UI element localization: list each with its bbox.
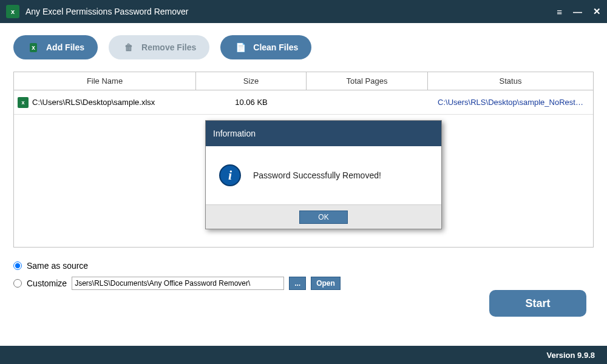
title-bar: x Any Excel Permissions Password Remover… xyxy=(0,0,607,23)
add-files-button[interactable]: x Add Files xyxy=(13,35,98,59)
minimize-icon[interactable]: — xyxy=(573,7,582,17)
dialog-message: Password Successfully Removed! xyxy=(253,170,381,180)
file-name-text: C:\Users\RLS\Desktop\sample.xlsx xyxy=(32,98,155,107)
radio-customize-label: Customize xyxy=(27,278,67,288)
remove-files-label: Remove Files xyxy=(141,42,196,52)
header-size[interactable]: Size xyxy=(196,72,307,90)
clean-icon: 📄 xyxy=(234,41,247,54)
table-header: File Name Size Total Pages Status xyxy=(14,72,593,90)
clean-files-button[interactable]: 📄 Clean Files xyxy=(220,35,311,59)
output-radios: Same as source Customize ... Open xyxy=(13,261,341,290)
header-status[interactable]: Status xyxy=(428,72,593,90)
start-button[interactable]: Start xyxy=(489,290,586,317)
ok-button[interactable]: OK xyxy=(299,211,348,224)
output-section: Same as source Customize ... Open xyxy=(13,261,594,290)
output-path-input[interactable] xyxy=(72,277,284,290)
radio-customize-input[interactable] xyxy=(13,279,22,288)
toolbar: x Add Files 🗑 Remove Files 📄 Clean Files xyxy=(13,35,594,59)
remove-files-button: 🗑 Remove Files xyxy=(109,35,209,59)
app-title: Any Excel Permissions Password Remover xyxy=(25,7,557,16)
app-icon: x xyxy=(6,5,19,18)
add-files-label: Add Files xyxy=(46,42,84,52)
open-button[interactable]: Open xyxy=(311,277,341,290)
menu-icon[interactable]: ≡ xyxy=(557,7,562,17)
excel-file-icon: x xyxy=(18,97,29,108)
cell-size: 10.06 KB xyxy=(196,98,307,107)
radio-same-input[interactable] xyxy=(13,261,22,270)
info-dialog: Information i Password Successfully Remo… xyxy=(205,120,442,229)
radio-customize[interactable]: Customize ... Open xyxy=(13,277,341,290)
dialog-title: Information xyxy=(206,121,441,146)
close-icon[interactable]: ✕ xyxy=(593,6,601,17)
info-icon: i xyxy=(219,164,241,186)
header-total-pages[interactable]: Total Pages xyxy=(307,72,428,90)
radio-same-label: Same as source xyxy=(27,261,88,271)
trash-icon: 🗑 xyxy=(122,41,135,54)
dialog-body: i Password Successfully Removed! xyxy=(206,146,441,204)
version-label: Version 9.9.8 xyxy=(547,351,595,360)
dialog-footer: OK xyxy=(206,204,441,229)
add-files-icon: x xyxy=(27,41,40,54)
footer: Version 9.9.8 xyxy=(0,346,607,364)
cell-file-name: x C:\Users\RLS\Desktop\sample.xlsx xyxy=(14,97,196,108)
clean-files-label: Clean Files xyxy=(253,42,298,52)
table-row[interactable]: x C:\Users\RLS\Desktop\sample.xlsx 10.06… xyxy=(14,90,593,115)
header-file-name[interactable]: File Name xyxy=(14,72,196,90)
radio-same-as-source[interactable]: Same as source xyxy=(13,261,341,271)
cell-status: C:\Users\RLS\Desktop\sample_NoRest… xyxy=(428,96,593,109)
window-controls: ≡ — ✕ xyxy=(557,6,601,17)
browse-button[interactable]: ... xyxy=(289,277,306,290)
